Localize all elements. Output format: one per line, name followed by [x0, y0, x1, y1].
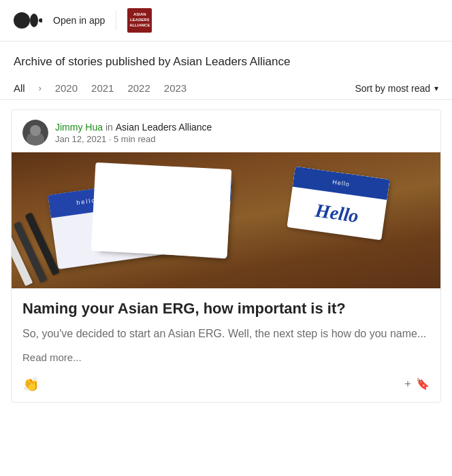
publication-logo-text: ASIANLEADERSALLIANCE — [129, 12, 150, 28]
filter-2020[interactable]: 2020 — [55, 82, 78, 94]
author-row: Jimmy Hua in Asian Leaders Alliance Jan … — [12, 110, 440, 152]
author-info: Jimmy Hua in Asian Leaders Alliance Jan … — [55, 122, 212, 144]
clap-button[interactable]: 👏 — [22, 376, 39, 392]
author-in: in — [103, 122, 116, 133]
filter-2022[interactable]: 2022 — [127, 82, 150, 94]
author-name[interactable]: Jimmy Hua — [55, 122, 103, 133]
article-meta: Jan 12, 2021 · 5 min read — [55, 134, 212, 144]
site-header: Open in app ASIANLEADERSALLIANCE — [0, 0, 452, 41]
article-title[interactable]: Naming your Asian ERG, how important is … — [22, 299, 430, 319]
svg-point-0 — [14, 12, 30, 29]
header-divider — [116, 11, 116, 30]
svg-point-2 — [39, 18, 42, 22]
hello-badge: Hello Hello — [287, 167, 389, 241]
open-in-app-button[interactable]: Open in app — [53, 15, 105, 26]
bookmark-icon: 🔖 — [416, 377, 430, 390]
chevron-right-icon: › — [39, 84, 42, 93]
author-name-line: Jimmy Hua in Asian Leaders Alliance — [55, 122, 212, 133]
read-more-link[interactable]: Read more... — [22, 352, 82, 363]
filter-all[interactable]: All — [14, 82, 25, 94]
chevron-down-icon: ▾ — [434, 84, 438, 93]
avatar — [22, 120, 48, 146]
meta-separator: · — [106, 134, 114, 144]
filters-bar: All › 2020 2021 2022 2023 Sort by most r… — [0, 77, 452, 100]
publication-name-link[interactable]: Asian Leaders Alliance — [116, 122, 212, 133]
article-card: Jimmy Hua in Asian Leaders Alliance Jan … — [11, 109, 441, 403]
article-footer: 👏 ＋ 🔖 — [12, 371, 440, 402]
bookmark-plus-icon: ＋ — [402, 377, 413, 391]
article-content: Naming your Asian ERG, how important is … — [12, 288, 440, 371]
article-image: hello my name is hello my name is Hello … — [12, 152, 440, 288]
article-excerpt: So, you've decided to start an Asian ERG… — [22, 326, 430, 342]
article-image-placeholder: hello my name is hello my name is Hello … — [12, 152, 440, 288]
archive-section: Archive of stories published by Asian Le… — [0, 41, 452, 77]
bookmark-button[interactable]: ＋ 🔖 — [402, 377, 430, 391]
sort-button[interactable]: Sort by most read ▾ — [355, 83, 439, 94]
avatar-image — [22, 120, 48, 146]
year-filters: All › 2020 2021 2022 2023 — [14, 82, 187, 94]
sort-label: Sort by most read — [355, 83, 431, 94]
filter-2023[interactable]: 2023 — [164, 82, 187, 94]
filter-2021[interactable]: 2021 — [91, 82, 114, 94]
medium-icon — [14, 12, 42, 29]
article-date: Jan 12, 2021 — [55, 134, 106, 144]
archive-title: Archive of stories published by Asian Le… — [14, 55, 438, 69]
svg-point-1 — [30, 14, 38, 27]
medium-logo[interactable] — [14, 12, 42, 29]
clap-icon: 👏 — [22, 376, 39, 392]
read-time: 5 min read — [114, 134, 155, 144]
publication-logo[interactable]: ASIANLEADERSALLIANCE — [127, 8, 152, 33]
